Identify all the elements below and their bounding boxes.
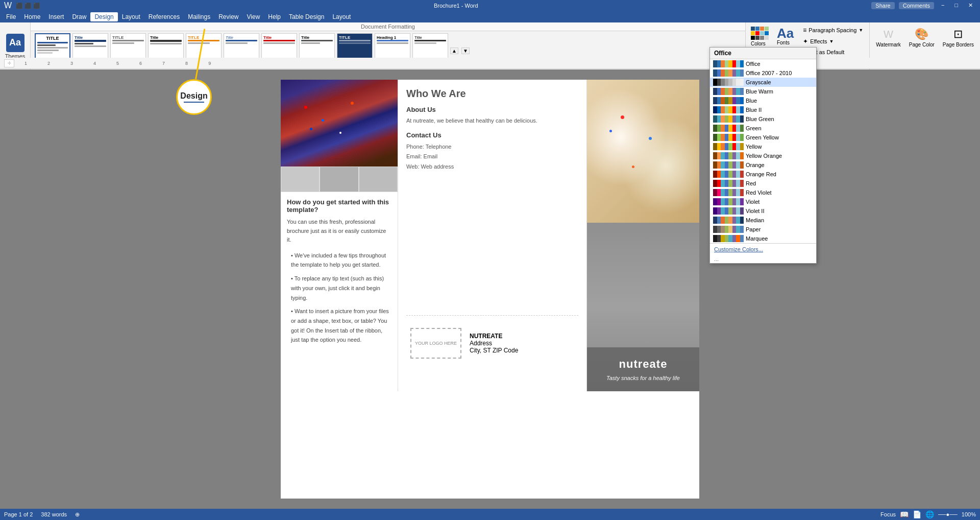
maximize-button[interactable]: □: [951, 2, 961, 9]
menu-references[interactable]: References: [144, 12, 184, 21]
thumb-scroll-down[interactable]: ▼: [461, 48, 470, 54]
menu-file[interactable]: File: [2, 12, 20, 21]
effects-button[interactable]: ✦ Effects ▼: [800, 37, 866, 46]
menu-mailings[interactable]: Mailings: [184, 12, 214, 21]
page-color-button[interactable]: 🎨 Page Color: [907, 27, 937, 49]
panel-title: Office: [714, 50, 731, 57]
window-title: Brochure1 - Word: [40, 3, 871, 9]
colors-list: OfficeOffice 2007 - 2010GrayscaleBlue Wa…: [710, 59, 816, 70]
panel-header: Office: [710, 48, 816, 59]
para-spacing-label: Paragraph Spacing: [808, 27, 856, 33]
colors-button[interactable]: Colors: [749, 26, 771, 48]
menu-review[interactable]: Review: [214, 12, 242, 21]
fonts-button[interactable]: Aa Fonts: [775, 26, 796, 46]
share-button[interactable]: Share: [871, 2, 894, 9]
close-button[interactable]: ✕: [965, 2, 976, 9]
menu-draw[interactable]: Draw: [68, 12, 90, 21]
comments-button[interactable]: Comments: [899, 2, 934, 9]
colors-panel: Office OfficeOffice 2007 - 2010Grayscale…: [709, 47, 817, 70]
title-bar: W ⬛ ⬛ ⬛ Brochure1 - Word Share Comments …: [0, 0, 980, 11]
color-name: Office 2007 - 2010: [746, 70, 792, 70]
menu-view[interactable]: View: [243, 12, 264, 21]
effects-label: Effects: [810, 38, 827, 44]
menu-design[interactable]: Design: [90, 12, 117, 21]
menu-help[interactable]: Help: [264, 12, 285, 21]
thumb-scroll-up[interactable]: ▲: [450, 48, 458, 54]
themes-icon[interactable]: Aa: [6, 34, 24, 52]
paragraph-spacing-button[interactable]: ≡ Paragraph Spacing ▼: [800, 26, 866, 35]
color-option-office[interactable]: Office: [710, 59, 816, 68]
ruler-corner[interactable]: ⊹: [4, 59, 14, 67]
watermark-button[interactable]: W Watermark: [874, 27, 903, 49]
page-borders-button[interactable]: ⊡ Page Borders: [941, 27, 976, 49]
minimize-button[interactable]: −: [938, 2, 947, 9]
menu-insert[interactable]: Insert: [44, 12, 68, 21]
doc-format-label: Document Formatting: [31, 22, 745, 31]
menu-layout[interactable]: Layout: [118, 12, 144, 21]
main-area: How do you get started with this templat…: [0, 69, 980, 70]
ruler: ⊹ 1 2 3 4 5 6 7 8 9: [0, 58, 980, 69]
menu-bar: File Home Insert Draw Design Layout Refe…: [0, 11, 980, 22]
menu-layout2[interactable]: Layout: [328, 12, 355, 21]
color-name: Office: [746, 61, 761, 67]
colors-label: Colors: [751, 41, 769, 46]
color-option-office-2007---2010[interactable]: Office 2007 - 2010: [710, 68, 816, 70]
menu-table-design[interactable]: Table Design: [285, 12, 328, 21]
menu-home[interactable]: Home: [20, 12, 44, 21]
